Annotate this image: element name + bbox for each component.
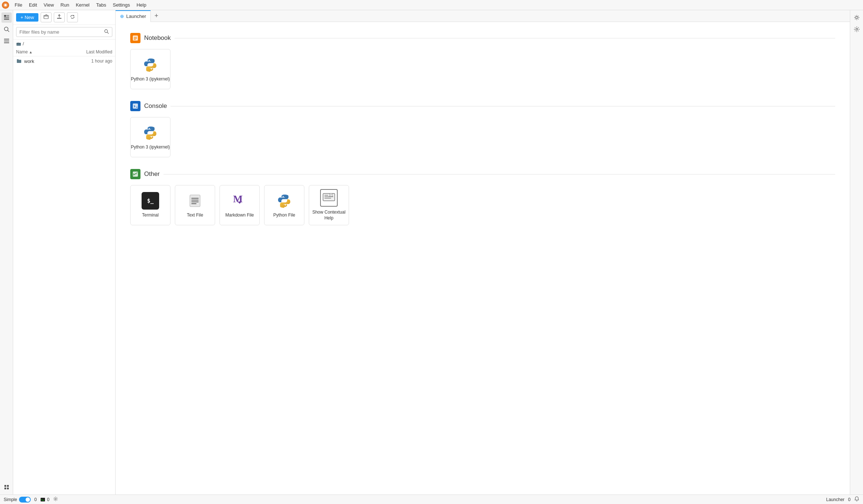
- svg-rect-24: [190, 195, 200, 207]
- menu-edit[interactable]: Edit: [26, 1, 40, 8]
- menu-view[interactable]: View: [41, 1, 57, 8]
- other-section-icon: [130, 169, 140, 179]
- svg-rect-25: [191, 198, 199, 199]
- name-column-header[interactable]: Name ▲: [16, 49, 76, 54]
- notebook-section-icon: [130, 33, 140, 43]
- mode-toggle[interactable]: [19, 497, 31, 503]
- python3-console-card[interactable]: Python 3 (ipykernel): [130, 117, 170, 157]
- text-file-card[interactable]: Text File: [175, 185, 215, 225]
- svg-rect-21: [133, 35, 138, 41]
- svg-rect-13: [7, 485, 9, 487]
- file-modified: 1 hour ago: [76, 59, 112, 64]
- menu-kernel[interactable]: Kernel: [73, 1, 93, 8]
- tab-launcher[interactable]: ⊕ Launcher: [116, 10, 151, 22]
- sidebar-extensions-btn[interactable]: [1, 482, 12, 492]
- svg-rect-15: [7, 488, 9, 489]
- file-table: Name ▲ Last Modified work 1 hour ago: [13, 48, 115, 494]
- table-row[interactable]: work 1 hour ago: [13, 56, 115, 66]
- app-logo: [1, 1, 10, 9]
- file-name: work: [24, 59, 34, 64]
- text-file-label: Text File: [187, 212, 203, 218]
- right-tools-btn[interactable]: [852, 12, 862, 23]
- settings-status-btn[interactable]: [53, 496, 58, 503]
- file-toolbar: + New: [13, 10, 115, 25]
- tab-launcher-label: Launcher: [126, 14, 146, 19]
- svg-rect-6: [7, 15, 9, 17]
- main-layout: + New / Na: [0, 10, 863, 494]
- terminal-card[interactable]: $_ Terminal: [130, 185, 170, 225]
- filter-input-wrap: [16, 27, 112, 37]
- contextual-help-card[interactable]: Show Contextual Help: [309, 185, 349, 225]
- file-panel: + New / Na: [13, 10, 116, 494]
- python-file-card[interactable]: Python File: [264, 185, 304, 225]
- markdown-icon-wrap: M: [231, 192, 248, 210]
- svg-rect-12: [4, 485, 6, 487]
- menu-settings[interactable]: Settings: [110, 1, 133, 8]
- file-name-cell: work: [16, 58, 76, 64]
- svg-rect-37: [41, 498, 45, 501]
- markdown-file-card[interactable]: M Markdown File: [219, 185, 260, 225]
- upload-button[interactable]: [54, 12, 65, 22]
- terminal-count: 0: [47, 497, 49, 502]
- python3-notebook-card[interactable]: Python 3 (ipykernel): [130, 49, 170, 89]
- python3-console-label: Python 3 (ipykernel): [131, 144, 170, 150]
- console-divider: [170, 106, 835, 106]
- new-folder-button[interactable]: [41, 12, 52, 22]
- svg-rect-34: [324, 198, 331, 199]
- terminal-status-icon: 0: [40, 497, 49, 502]
- filter-search-button[interactable]: [101, 27, 112, 37]
- search-input[interactable]: [16, 28, 101, 36]
- svg-rect-27: [191, 202, 199, 202]
- current-path: /: [23, 41, 24, 46]
- python-file-label: Python File: [273, 212, 295, 218]
- svg-rect-38: [42, 500, 44, 500]
- new-launcher-button[interactable]: + New: [16, 13, 38, 22]
- terminal-icon-wrap: $_: [142, 192, 159, 210]
- menu-help[interactable]: Help: [134, 1, 149, 8]
- right-settings-btn[interactable]: [852, 24, 862, 34]
- right-sidebar: [850, 10, 863, 494]
- menu-tabs[interactable]: Tabs: [93, 1, 109, 8]
- tab-add-button[interactable]: +: [151, 10, 162, 22]
- filter-row: [13, 25, 115, 40]
- statusbar-right: Launcher 0: [826, 496, 859, 503]
- svg-rect-26: [191, 200, 199, 200]
- file-table-header: Name ▲ Last Modified: [13, 48, 115, 56]
- tab-bar: ⊕ Launcher +: [116, 10, 850, 22]
- other-section-label: Other: [144, 170, 160, 178]
- markdown-icon: M: [231, 192, 248, 210]
- other-section-header: Other: [130, 169, 835, 179]
- notification-bell-icon[interactable]: [854, 496, 859, 503]
- notebook-card-grid: Python 3 (ipykernel): [130, 49, 835, 89]
- svg-rect-16: [44, 15, 48, 19]
- sidebar-files-btn[interactable]: [1, 12, 12, 23]
- text-file-icon: [186, 192, 204, 210]
- folder-icon: [16, 58, 22, 64]
- other-section: Other $_ Terminal: [130, 169, 835, 225]
- python-file-icon: [275, 192, 293, 210]
- sidebar-toc-btn[interactable]: [1, 36, 12, 46]
- contextual-icon-wrap: [320, 189, 338, 207]
- sidebar-search-btn[interactable]: [1, 24, 12, 34]
- svg-text:M: M: [233, 193, 243, 204]
- svg-rect-10: [4, 41, 9, 41]
- content-area: ⊕ Launcher + Notebook: [116, 10, 850, 494]
- menu-file[interactable]: File: [12, 1, 25, 8]
- refresh-button[interactable]: [67, 12, 78, 22]
- menu-run[interactable]: Run: [57, 1, 72, 8]
- notebook-section-label: Notebook: [144, 34, 171, 42]
- other-divider: [164, 174, 835, 174]
- left-icon-sidebar: [0, 10, 13, 494]
- svg-rect-4: [4, 18, 9, 18]
- notebook-divider: [175, 38, 835, 38]
- svg-point-39: [55, 498, 56, 500]
- svg-rect-28: [191, 203, 196, 204]
- textfile-icon-wrap: [186, 192, 204, 210]
- svg-rect-22: [133, 104, 138, 109]
- contextual-help-icon: [320, 189, 338, 207]
- console-card-grid: Python 3 (ipykernel): [130, 117, 835, 157]
- svg-point-18: [105, 30, 108, 33]
- notebook-section: Notebook: [130, 33, 835, 89]
- terminal-icon: $_: [142, 192, 159, 210]
- launcher-tab-icon: ⊕: [120, 14, 124, 19]
